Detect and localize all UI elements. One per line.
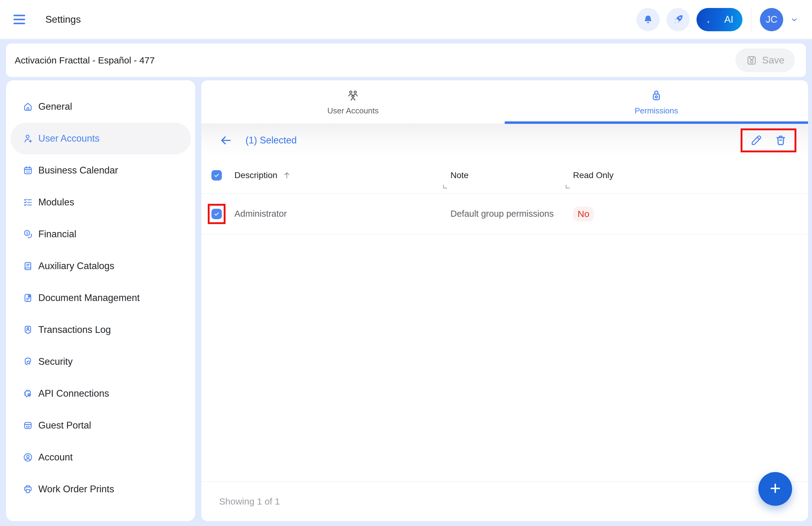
sidebar-item-business-calendar[interactable]: Business Calendar xyxy=(11,155,191,186)
sidebar-item-api-connections[interactable]: API Connections xyxy=(11,378,191,410)
home-icon xyxy=(23,101,33,112)
tab-label: User Accounts xyxy=(327,106,379,116)
column-label: Read Only xyxy=(573,170,613,180)
calendar-icon xyxy=(23,165,33,176)
showing-count-label: Showing 1 of 1 xyxy=(219,496,280,507)
arrow-left-icon xyxy=(219,134,233,147)
sidebar-item-label: User Accounts xyxy=(38,133,100,144)
printer-icon xyxy=(23,484,33,495)
chip-gear-icon xyxy=(23,388,33,399)
column-header-note[interactable]: Note xyxy=(450,157,573,194)
sparkle-icon xyxy=(706,15,710,19)
table-footer: Showing 1 of 1 xyxy=(201,482,808,521)
sidebar-item-label: Guest Portal xyxy=(38,420,91,431)
settings-sidebar: General User Accounts Business Calendar … xyxy=(6,80,195,521)
column-resize-handle[interactable] xyxy=(443,185,447,188)
sidebar-item-account[interactable]: Account xyxy=(11,441,191,473)
main-panel: User Accounts Permissions (1) Select xyxy=(201,80,808,521)
sidebar-item-transactions-log[interactable]: Transactions Log xyxy=(11,314,191,346)
chevron-down-icon xyxy=(790,15,798,24)
sidebar-item-guest-portal[interactable]: Guest Portal xyxy=(11,410,191,441)
sidebar-item-security[interactable]: Security xyxy=(11,346,191,378)
settings-page: Settings AI xyxy=(0,0,812,526)
sidebar-item-label: Transactions Log xyxy=(38,324,111,335)
add-button[interactable]: + xyxy=(758,472,792,506)
sidebar-item-label: API Connections xyxy=(38,388,109,399)
browser-code-icon xyxy=(23,420,33,431)
tabbar: User Accounts Permissions xyxy=(201,80,808,124)
sidebar-item-financial[interactable]: $ Financial xyxy=(11,218,191,250)
header-checkbox-cell xyxy=(212,157,234,194)
annotation-box-checkbox xyxy=(208,204,226,224)
topbar-actions: AI JC xyxy=(636,8,798,31)
receipt-user-icon xyxy=(23,325,33,335)
floppy-disk-icon xyxy=(746,55,757,66)
sidebar-item-label: Auxiliary Catalogs xyxy=(38,260,114,272)
selection-count-label[interactable]: (1) Selected xyxy=(245,135,296,146)
edit-button[interactable] xyxy=(750,134,763,147)
select-all-checkbox[interactable] xyxy=(212,170,222,181)
table-row[interactable]: Administrator Default group permissions … xyxy=(201,194,808,234)
sidebar-item-modules[interactable]: Modules xyxy=(11,186,191,218)
user-add-icon xyxy=(23,133,33,144)
sidebar-item-auxiliary-catalogs[interactable]: Auxiliary Catalogs xyxy=(11,250,191,282)
cell-note: Default group permissions xyxy=(450,209,573,219)
sidebar-item-label: Work Order Prints xyxy=(38,484,114,495)
column-resize-handle[interactable] xyxy=(566,185,570,188)
sidebar-item-label: Modules xyxy=(38,197,74,208)
active-tab-indicator xyxy=(505,122,808,124)
user-circle-icon xyxy=(23,452,33,463)
column-header-read-only[interactable]: Read Only xyxy=(573,157,798,194)
row-checkbox[interactable] xyxy=(212,209,222,219)
column-header-description[interactable]: Description xyxy=(234,157,450,194)
sidebar-item-document-management[interactable]: Document Management xyxy=(11,282,191,314)
topbar-divider xyxy=(751,8,751,31)
sidebar-item-label: Financial xyxy=(38,229,76,240)
users-group-icon xyxy=(346,88,360,102)
arrow-up-icon xyxy=(282,171,291,180)
sidebar-item-label: Document Management xyxy=(38,293,140,303)
save-button-label: Save xyxy=(762,55,784,66)
pencil-icon xyxy=(750,134,763,147)
rocket-icon xyxy=(672,14,684,26)
delete-button[interactable] xyxy=(774,134,787,147)
table-header: Description Note Read Only xyxy=(201,157,808,194)
page-title: Settings xyxy=(45,14,81,25)
book-icon xyxy=(23,261,33,271)
ai-button-label: AI xyxy=(724,14,733,25)
annotation-box-actions xyxy=(741,128,796,152)
tab-user-accounts[interactable]: User Accounts xyxy=(201,80,505,124)
whats-new-button[interactable] xyxy=(666,8,690,31)
subheader: Activación Fracttal - Español - 477 Save xyxy=(0,39,812,80)
shield-search-icon xyxy=(23,356,33,367)
column-label: Note xyxy=(450,170,468,180)
svg-text:$: $ xyxy=(26,231,28,236)
table-empty-space xyxy=(201,234,808,482)
sidebar-item-label: Security xyxy=(38,356,73,367)
tab-permissions[interactable]: Permissions xyxy=(505,80,808,124)
save-button[interactable]: Save xyxy=(735,48,795,72)
notifications-button[interactable] xyxy=(636,8,660,31)
account-menu-button[interactable] xyxy=(790,15,798,24)
trash-icon xyxy=(774,134,787,147)
back-button[interactable] xyxy=(219,134,233,147)
hamburger-menu-icon[interactable] xyxy=(14,10,32,29)
sidebar-item-label: Business Calendar xyxy=(38,165,118,176)
plus-icon: + xyxy=(770,479,781,497)
ai-assistant-button[interactable]: AI xyxy=(696,8,742,31)
avatar-initials: JC xyxy=(766,14,778,25)
sidebar-item-user-accounts[interactable]: User Accounts xyxy=(11,123,191,155)
bell-icon xyxy=(642,14,654,25)
sidebar-item-label: Account xyxy=(38,452,73,463)
checklist-icon xyxy=(23,197,33,208)
sidebar-item-work-order-prints[interactable]: Work Order Prints xyxy=(11,473,191,505)
cell-description: Administrator xyxy=(234,209,450,219)
document-clock-icon xyxy=(23,293,33,303)
coins-icon: $ xyxy=(23,229,33,239)
cell-read-only: No xyxy=(573,207,798,221)
body: General User Accounts Business Calendar … xyxy=(0,80,812,526)
sidebar-item-general[interactable]: General xyxy=(11,91,191,123)
column-label: Description xyxy=(234,170,277,180)
user-avatar[interactable]: JC xyxy=(760,8,783,31)
selection-toolbar: (1) Selected xyxy=(201,124,808,157)
